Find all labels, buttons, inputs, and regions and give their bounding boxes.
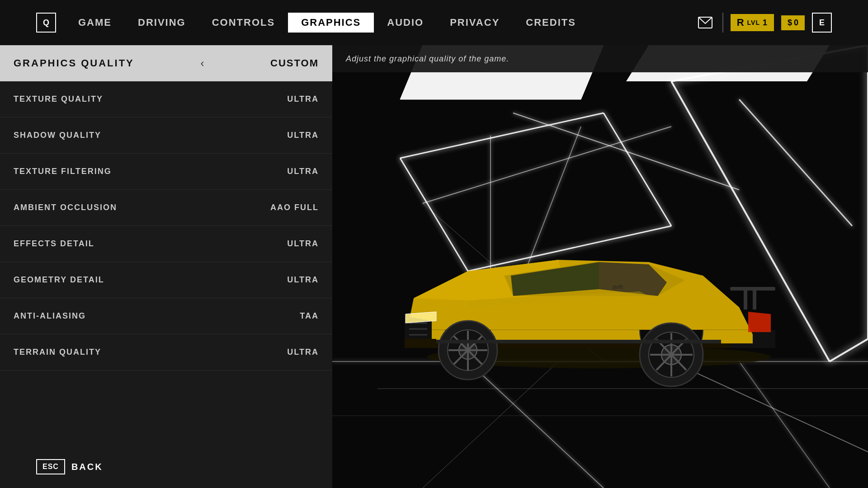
nav-bar: Q GAME DRIVING CONTROLS GRAPHICS AUDIO P… xyxy=(0,0,868,45)
description-text: Adjust the graphical quality of the game… xyxy=(346,54,509,64)
settings-row-value: ULTRA xyxy=(287,94,319,104)
nav-divider xyxy=(722,13,723,33)
settings-row-value: ULTRA xyxy=(287,347,319,357)
rank-r-icon: R xyxy=(737,17,745,28)
settings-row[interactable]: SHADOW QUALITY ULTRA xyxy=(0,117,332,154)
settings-row-label: SHADOW QUALITY xyxy=(14,131,101,140)
nav-item-controls[interactable]: CONTROLS xyxy=(199,13,288,33)
nav-item-audio[interactable]: AUDIO xyxy=(374,13,437,33)
settings-row[interactable]: TEXTURE FILTERING ULTRA xyxy=(0,154,332,190)
nav-item-driving[interactable]: DRIVING xyxy=(125,13,199,33)
settings-row-value: ULTRA xyxy=(287,167,319,176)
settings-row[interactable]: TEXTURE QUALITY ULTRA xyxy=(0,81,332,117)
settings-row[interactable]: AMBIENT OCCLUSION AAO FULL xyxy=(0,190,332,226)
settings-list: TEXTURE QUALITY ULTRA SHADOW QUALITY ULT… xyxy=(0,81,332,488)
nav-item-graphics[interactable]: GRAPHICS xyxy=(288,13,374,33)
rank-number: 1 xyxy=(763,18,768,28)
rank-badge: R LVL 1 xyxy=(731,14,774,31)
nav-left-key[interactable]: Q xyxy=(36,13,56,33)
back-label: BACK xyxy=(71,462,103,472)
settings-header: GRAPHICS QUALITY ‹ CUSTOM xyxy=(0,45,332,81)
back-bar: ESC BACK xyxy=(36,459,103,474)
svg-rect-45 xyxy=(744,289,747,310)
settings-row-label: ANTI-ALIASING xyxy=(14,311,86,321)
nav-item-credits[interactable]: CREDITS xyxy=(513,13,589,33)
settings-row-label: GEOMETRY DETAIL xyxy=(14,275,104,285)
settings-row-value: ULTRA xyxy=(287,239,319,249)
money-icon: $ xyxy=(788,18,792,28)
settings-row-value: TAA xyxy=(300,311,319,321)
nav-items: GAME DRIVING CONTROLS GRAPHICS AUDIO PRI… xyxy=(65,13,695,33)
settings-row-value: AAO FULL xyxy=(270,203,319,212)
mail-icon[interactable] xyxy=(695,13,715,33)
settings-header-value: CUSTOM xyxy=(270,57,319,69)
settings-row-value: ULTRA xyxy=(287,275,319,285)
nav-item-privacy[interactable]: PRIVACY xyxy=(437,13,513,33)
description-bar: Adjust the graphical quality of the game… xyxy=(332,45,868,72)
settings-row-label: TERRAIN QUALITY xyxy=(14,347,101,357)
settings-row[interactable]: TERRAIN QUALITY ULTRA xyxy=(0,334,332,371)
money-value: 0 xyxy=(794,18,798,28)
settings-header-arrow[interactable]: ‹ xyxy=(200,57,204,70)
settings-panel: GRAPHICS QUALITY ‹ CUSTOM TEXTURE QUALIT… xyxy=(0,45,332,488)
settings-header-title: GRAPHICS QUALITY xyxy=(14,57,134,69)
settings-row-value: ULTRA xyxy=(287,131,319,140)
svg-text:drift: drift xyxy=(612,284,623,291)
nav-right: R LVL 1 $ 0 xyxy=(695,13,805,33)
settings-row[interactable]: GEOMETRY DETAIL ULTRA xyxy=(0,262,332,298)
back-key[interactable]: ESC xyxy=(36,459,65,474)
settings-row[interactable]: EFFECTS DETAIL ULTRA xyxy=(0,226,332,262)
nav-right-key[interactable]: E xyxy=(812,13,832,33)
money-badge: $ 0 xyxy=(781,15,805,30)
settings-row-label: TEXTURE QUALITY xyxy=(14,94,103,104)
settings-row-label: EFFECTS DETAIL xyxy=(14,239,94,249)
rank-label: LVL xyxy=(747,19,760,26)
settings-row-label: AMBIENT OCCLUSION xyxy=(14,203,117,212)
settings-row-label: TEXTURE FILTERING xyxy=(14,167,112,176)
settings-row[interactable]: ANTI-ALIASING TAA xyxy=(0,298,332,334)
scene-svg: drift xyxy=(332,45,868,488)
svg-rect-44 xyxy=(753,287,756,310)
nav-item-game[interactable]: GAME xyxy=(65,13,125,33)
main-content: GRAPHICS QUALITY ‹ CUSTOM TEXTURE QUALIT… xyxy=(0,45,868,488)
preview-panel: Adjust the graphical quality of the game… xyxy=(332,45,868,488)
